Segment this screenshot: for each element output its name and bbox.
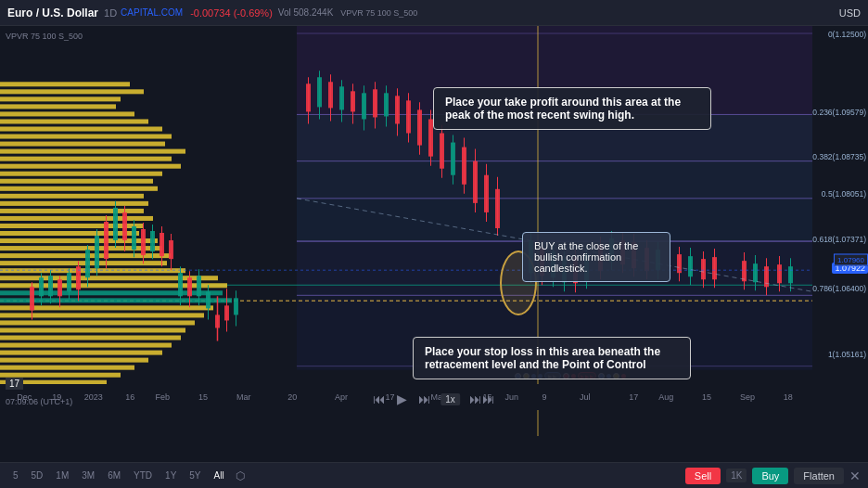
- tf-5d[interactable]: 5D: [26, 469, 49, 482]
- svg-rect-35: [0, 224, 144, 228]
- date-jul: Jul: [580, 392, 591, 402]
- price-change: -0.00734 (-0.69%): [190, 7, 273, 19]
- svg-rect-32: [0, 201, 148, 206]
- take-profit-annotation: Place your take profit around this area …: [433, 87, 711, 130]
- bottom-bar: 5 5D 1M 3M 6M YTD 1Y 5Y All ⬡ Sell 1K Bu…: [0, 462, 868, 488]
- date-aug: Aug: [658, 392, 673, 402]
- topbar-right: USD: [839, 7, 861, 19]
- svg-rect-51: [0, 343, 172, 348]
- svg-rect-50: [0, 336, 181, 340]
- skip-start-button[interactable]: ⏮: [371, 390, 388, 408]
- date-apr: Apr: [335, 392, 348, 402]
- date-mar: Mar: [236, 392, 251, 402]
- date-jun: Jun: [505, 392, 519, 402]
- svg-rect-22: [0, 126, 162, 131]
- chart-num-badge: 17: [6, 378, 23, 390]
- svg-rect-53: [0, 358, 148, 363]
- date-16: 16: [125, 392, 134, 402]
- date-sep: Sep: [740, 392, 755, 402]
- date-2023: 2023: [84, 392, 103, 402]
- sell-button[interactable]: Sell: [685, 468, 721, 484]
- tf-ytd[interactable]: YTD: [128, 469, 158, 482]
- tf-5y[interactable]: 5Y: [184, 469, 206, 482]
- svg-rect-28: [0, 172, 162, 176]
- step-forward-button[interactable]: ⏭: [416, 390, 433, 408]
- fib-label-236: 0.236(1.09579): [812, 108, 866, 117]
- svg-rect-17: [0, 89, 144, 94]
- tf-1m[interactable]: 1M: [50, 469, 74, 482]
- date-20: 20: [287, 392, 297, 402]
- svg-rect-20: [0, 111, 134, 116]
- volume-label: Vol 508.244K: [278, 7, 334, 18]
- buy-button[interactable]: Buy: [752, 468, 788, 484]
- fib-label-786: 0.786(1.06400): [812, 284, 866, 293]
- svg-rect-25: [0, 149, 185, 154]
- indicator-label: VPVR 75 100 S_500: [340, 8, 417, 18]
- chart-area: Place your take profit around this area …: [0, 26, 868, 436]
- date-feb: Feb: [155, 392, 170, 402]
- svg-rect-16: [0, 82, 130, 86]
- tf-6m[interactable]: 6M: [102, 469, 126, 482]
- svg-rect-36: [0, 231, 139, 236]
- svg-rect-24: [0, 142, 165, 147]
- date-18: 18: [784, 392, 793, 402]
- svg-rect-27: [0, 164, 181, 169]
- skip-end-button[interactable]: ⏭⏭: [467, 390, 497, 408]
- size-label[interactable]: 1K: [726, 469, 747, 482]
- fib-label-5: 0.5(1.08051): [822, 189, 866, 199]
- timeframe-tabs: 5 5D 1M 3M 6M YTD 1Y 5Y All ⬡: [7, 469, 245, 482]
- stop-loss-annotation: Place your stop loss in this area beneat…: [413, 337, 691, 379]
- svg-rect-2: [297, 161, 812, 199]
- bottom-right-actions: Sell 1K Buy Flatten ✕: [685, 468, 861, 484]
- close-icon[interactable]: ✕: [849, 469, 861, 483]
- tf-5[interactable]: 5: [7, 469, 24, 482]
- svg-rect-29: [0, 179, 153, 184]
- svg-rect-31: [0, 194, 144, 199]
- secondary-price-badge: 1.07960: [834, 253, 868, 265]
- svg-rect-41: [0, 268, 185, 273]
- svg-rect-23: [0, 135, 172, 139]
- vpvr-label: VPVR 75 100 S_500: [6, 32, 83, 41]
- date-9: 9: [542, 392, 546, 402]
- svg-rect-38: [0, 246, 162, 250]
- timestamp: 07:09:06 (UTC+1): [6, 397, 72, 406]
- svg-rect-40: [0, 261, 167, 265]
- flatten-button[interactable]: Flatten: [794, 468, 844, 484]
- svg-rect-45: [0, 298, 232, 302]
- svg-rect-42: [0, 276, 218, 280]
- tf-3m[interactable]: 3M: [76, 469, 100, 482]
- price-axis: 0(1.12500) 0.236(1.09579) 0.382(1.08735)…: [812, 26, 868, 436]
- tf-all[interactable]: All: [209, 469, 230, 482]
- date-15: 15: [198, 392, 208, 402]
- date-15c: 15: [702, 392, 711, 402]
- fib-label-1: 1(1.05161): [828, 350, 866, 359]
- tf-1y[interactable]: 1Y: [160, 469, 182, 482]
- playback-speed[interactable]: 1x: [440, 393, 460, 405]
- buy-signal-annotation: BUY at the close of the bullish confirma…: [522, 232, 670, 282]
- svg-rect-49: [0, 327, 185, 332]
- svg-rect-21: [0, 119, 148, 123]
- svg-rect-19: [0, 104, 116, 109]
- currency-label: USD: [839, 7, 861, 19]
- fib-label-382: 0.382(1.08735): [812, 152, 866, 161]
- symbol-label: Euro / U.S. Dollar: [7, 6, 98, 19]
- timeframe-label: 1D: [104, 7, 117, 19]
- svg-rect-48: [0, 320, 195, 325]
- svg-rect-18: [0, 96, 121, 101]
- svg-rect-47: [0, 313, 204, 317]
- svg-rect-30: [0, 186, 158, 191]
- screenshot-icon[interactable]: ⬡: [236, 469, 245, 482]
- playback-controls: ⏮ ▶ ⏭ 1x ⏭⏭: [371, 390, 497, 408]
- fib-label-618: 0.618(1.07371): [812, 235, 866, 244]
- topbar: Euro / U.S. Dollar 1D CAPITAL.COM -0.007…: [0, 0, 868, 26]
- svg-rect-52: [0, 351, 162, 355]
- svg-rect-34: [0, 216, 153, 221]
- svg-rect-26: [0, 157, 172, 161]
- exchange-label: CAPITAL.COM: [121, 7, 183, 18]
- play-button[interactable]: ▶: [395, 390, 409, 408]
- svg-rect-33: [0, 209, 144, 213]
- date-17b: 17: [629, 392, 638, 402]
- fib-label-0: 0(1.12500): [828, 30, 866, 39]
